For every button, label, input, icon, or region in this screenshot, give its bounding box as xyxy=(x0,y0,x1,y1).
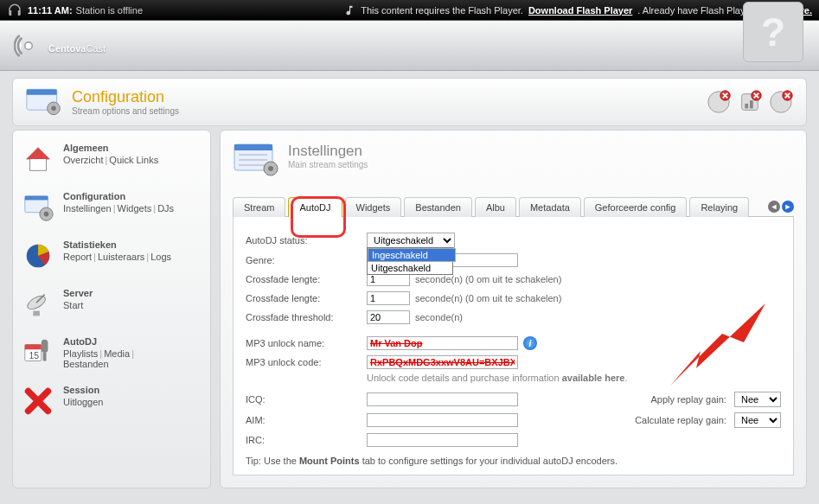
sb-link[interactable]: Media xyxy=(104,348,130,359)
top-status-bar: 11:11 AM: Station is offline This conten… xyxy=(0,0,819,21)
status-label: AutoDJ status: xyxy=(246,235,367,246)
sb-title: Session xyxy=(63,385,103,395)
flash-download-link[interactable]: Download Flash Player xyxy=(528,5,632,16)
logout-x-icon xyxy=(22,385,54,418)
crossfade-threshold-input[interactable] xyxy=(367,310,410,324)
apply-replay-label: Apply replay gain: xyxy=(650,394,726,405)
sb-link[interactable]: Start xyxy=(63,300,83,310)
status-option-enabled[interactable]: Ingeschakeld xyxy=(368,248,456,262)
station-status: Station is offline xyxy=(76,5,143,16)
available-here-link[interactable]: available here xyxy=(562,373,625,383)
aim-label: AIM: xyxy=(246,415,367,425)
svg-rect-20 xyxy=(33,311,40,316)
help-box[interactable]: ? xyxy=(743,2,803,62)
header-action-icon-2[interactable] xyxy=(737,89,763,115)
svg-rect-2 xyxy=(27,89,57,94)
unlock-name-label: MP3 unlock name: xyxy=(246,338,367,348)
calc-replay-select[interactable]: Nee xyxy=(734,412,781,428)
mp3-unlock-name-input[interactable] xyxy=(367,336,518,350)
cf1-label: Crossfade lengte: xyxy=(246,274,367,284)
flash-msg: This content requires the Flash Player. xyxy=(361,5,523,16)
sb-title: Configuration xyxy=(63,191,174,201)
sidebar-item-stats[interactable]: Statistieken Report|Luisteraars|Logs xyxy=(22,239,202,272)
apply-replay-select[interactable]: Nee xyxy=(734,392,781,407)
icq-input[interactable] xyxy=(367,392,518,406)
sb-link[interactable]: Quick Links xyxy=(109,155,158,165)
sb-link[interactable]: Luisteraars xyxy=(98,252,144,262)
sidebar-item-autodj[interactable]: 15 AutoDJ Playlists|Media|Bestanden xyxy=(22,336,202,369)
irc-input[interactable] xyxy=(367,433,518,447)
tab-forced-config[interactable]: Geforceerde config xyxy=(584,197,688,217)
sb-link[interactable]: Report xyxy=(63,252,92,262)
sb-title: Server xyxy=(63,288,93,298)
svg-rect-27 xyxy=(234,144,272,150)
svg-point-16 xyxy=(44,212,49,217)
sb-link[interactable]: Logs xyxy=(150,252,171,262)
unlock-code-label: MP3 unlock code: xyxy=(246,357,367,367)
tab-widgets[interactable]: Widgets xyxy=(345,197,402,217)
irc-label: IRC: xyxy=(246,435,367,445)
sb-link[interactable]: Playlists xyxy=(63,348,98,359)
sidebar-item-session[interactable]: Session Uitloggen xyxy=(22,385,202,418)
brand-name-2: Cast xyxy=(86,43,106,54)
info-icon[interactable]: i xyxy=(523,336,537,350)
unlock-note: Unlock code details and purchase informa… xyxy=(367,373,781,383)
panel-title: Instellingen xyxy=(288,143,368,160)
tab-relaying[interactable]: Relaying xyxy=(689,197,749,217)
tabs-prev-button[interactable]: ◄ xyxy=(768,201,780,213)
autodj-form: AutoDJ status: Uitgeschakeld Ingeschakel… xyxy=(233,217,794,475)
sidebar-item-configuration[interactable]: Configuration Instellingen|Widgets|DJs xyxy=(22,191,202,224)
tab-metadata[interactable]: Metadata xyxy=(519,197,581,217)
svg-point-4 xyxy=(51,106,56,111)
page-subtitle: Stream options and settings xyxy=(72,106,179,116)
sb-link[interactable]: Widgets xyxy=(118,203,152,214)
sb-link[interactable]: Instellingen xyxy=(63,203,112,214)
tab-bestanden[interactable]: Bestanden xyxy=(404,197,472,217)
genre-label: Genre: xyxy=(246,255,367,265)
music-note-icon xyxy=(343,4,355,16)
sb-link[interactable]: Overzicht xyxy=(63,155,103,165)
cft-hint: seconde(n) xyxy=(415,312,463,322)
svg-rect-24 xyxy=(42,340,48,353)
sb-link[interactable]: DJs xyxy=(157,203,174,214)
svg-rect-14 xyxy=(25,196,48,201)
tabs-next-button[interactable]: ► xyxy=(782,201,794,213)
microphone-calendar-icon: 15 xyxy=(22,336,54,369)
svg-rect-22 xyxy=(25,345,42,350)
icq-label: ICQ: xyxy=(246,394,367,405)
autodj-status-select[interactable]: Uitgeschakeld xyxy=(367,233,455,248)
page-title: Configuration xyxy=(72,88,179,106)
header-action-icon-1[interactable] xyxy=(706,89,732,115)
clock-time: 11:11 AM: xyxy=(28,5,73,16)
tab-stream[interactable]: Stream xyxy=(233,197,285,217)
settings-panel-icon xyxy=(233,143,279,177)
config-page-icon xyxy=(25,87,63,117)
tip-line: Tip: Use the Mount Points tab to configu… xyxy=(246,456,781,466)
aim-input[interactable] xyxy=(367,413,518,427)
pie-chart-icon xyxy=(22,239,54,272)
sb-link[interactable]: Uitloggen xyxy=(63,397,103,407)
header-action-icon-3[interactable] xyxy=(768,89,794,115)
home-icon xyxy=(22,143,54,175)
svg-text:15: 15 xyxy=(29,351,40,360)
sb-link[interactable]: Bestanden xyxy=(63,359,109,369)
status-option-disabled[interactable]: Uitgeschakeld xyxy=(368,262,452,274)
sidebar-item-server[interactable]: Server Start xyxy=(22,288,202,321)
svg-point-0 xyxy=(25,41,33,49)
help-icon: ? xyxy=(761,9,785,55)
svg-rect-8 xyxy=(745,104,748,109)
svg-rect-9 xyxy=(750,100,753,108)
sidebar-item-algemeen[interactable]: Algemeen Overzicht|Quick Links xyxy=(22,143,202,175)
satellite-dish-icon xyxy=(22,288,54,321)
crossfade2-input[interactable] xyxy=(367,291,410,305)
mp3-unlock-code-input[interactable] xyxy=(367,355,518,369)
tab-autodj[interactable]: AutoDJ xyxy=(288,197,342,217)
sb-title: Statistieken xyxy=(63,239,171,250)
cf2-hint: seconde(n) (0 om uit te schakelen) xyxy=(415,293,561,303)
main-panel: Instellingen Main stream settings Stream… xyxy=(220,130,807,488)
svg-rect-25 xyxy=(43,353,47,361)
sb-title: Algemeen xyxy=(63,143,158,153)
tab-albums[interactable]: Albu xyxy=(475,197,516,217)
cft-label: Crossfade threshold: xyxy=(246,312,367,322)
logo: CentovaCast xyxy=(14,31,106,61)
